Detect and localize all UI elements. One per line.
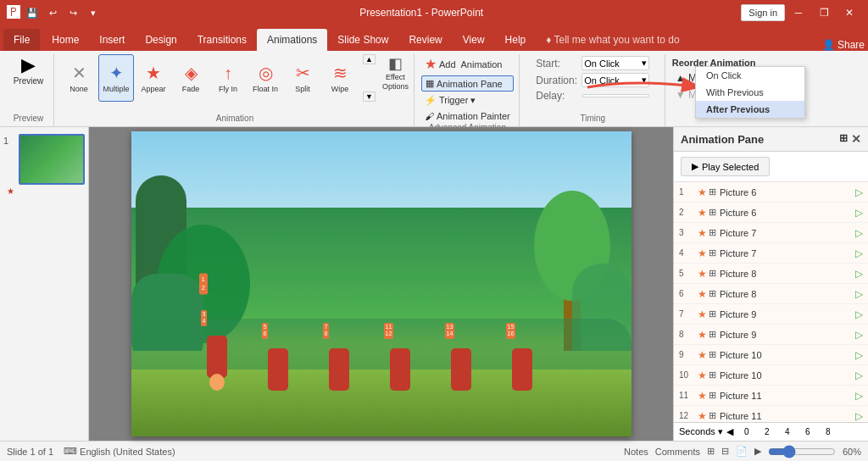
tab-help[interactable]: Help bbox=[495, 29, 537, 51]
effect-options-btn[interactable]: ◧ EffectOptions bbox=[382, 54, 409, 92]
title-bar: 🅿 💾 ↩ ↪ ▾ Presentation1 - PowerPoint Sig… bbox=[0, 0, 868, 25]
anim-list-item[interactable]: 8 ★ ⊞ Picture 9 ▷ bbox=[674, 325, 868, 345]
anim-list-item[interactable]: 5 ★ ⊞ Picture 8 ▷ bbox=[674, 264, 868, 284]
slide-item-1[interactable]: 1 bbox=[19, 134, 85, 185]
anim-list-item[interactable]: 1 ★ ⊞ Picture 6 ▷ bbox=[674, 182, 868, 203]
restore-button[interactable]: ❐ bbox=[812, 4, 836, 21]
signin-button[interactable]: Sign in bbox=[741, 4, 785, 21]
char-5: 1314 bbox=[443, 348, 479, 391]
view-normal-btn[interactable]: ⊞ bbox=[707, 446, 715, 457]
animation-pane-button[interactable]: ▦ Animation Pane bbox=[421, 75, 514, 92]
anim-floatin-button[interactable]: ◎ Float In bbox=[248, 54, 283, 102]
add-animation-button[interactable]: ★ Add Animation bbox=[421, 54, 506, 74]
anim-type-icon: ⊞ bbox=[709, 369, 716, 380]
anim-list-item[interactable]: 10 ★ ⊞ Picture 10 ▷ bbox=[674, 365, 868, 386]
anim-multiple-button[interactable]: ✦ Multiple bbox=[98, 54, 134, 102]
slide-canvas: 34 56 78 1112 bbox=[131, 131, 632, 436]
anim-type-icon: ⊞ bbox=[709, 247, 716, 258]
tab-file[interactable]: File bbox=[3, 29, 40, 51]
tab-insert[interactable]: Insert bbox=[89, 29, 135, 51]
start-options-dropdown: On Click With Previous After Previous bbox=[695, 66, 805, 119]
start-dropdown-btn[interactable]: On Click ▾ bbox=[581, 56, 649, 70]
anim-list-item[interactable]: 7 ★ ⊞ Picture 9 ▷ bbox=[674, 304, 868, 325]
anim-list-item[interactable]: 6 ★ ⊞ Picture 8 ▷ bbox=[674, 284, 868, 304]
tab-animations[interactable]: Animations bbox=[257, 29, 327, 51]
tab-review[interactable]: Review bbox=[398, 29, 452, 51]
anim-list-item[interactable]: 12 ★ ⊞ Picture 11 ▷ bbox=[674, 406, 868, 422]
anim-item-num: 9 bbox=[679, 350, 698, 359]
anim-item-num: 10 bbox=[679, 370, 698, 380]
tab-design[interactable]: Design bbox=[135, 29, 186, 51]
characters-row: 34 56 78 1112 bbox=[199, 336, 540, 391]
wipe-icon: ≋ bbox=[333, 63, 348, 83]
notes-button[interactable]: Notes bbox=[624, 447, 648, 457]
redo-button[interactable]: ↪ bbox=[64, 4, 81, 21]
duration-input[interactable]: On Click ▾ bbox=[581, 73, 649, 87]
char-2: 56 bbox=[260, 348, 296, 391]
preview-group-label: Preview bbox=[14, 114, 44, 125]
animation-painter-button[interactable]: 🖌 Animation Painter bbox=[421, 109, 514, 123]
anim-type-icon: ⊞ bbox=[709, 207, 716, 218]
animation-pane-header: Animation Pane ⊞ ✕ bbox=[674, 127, 868, 152]
anim-list-item[interactable]: 9 ★ ⊞ Picture 10 ▷ bbox=[674, 345, 868, 365]
timeline-left-arrow[interactable]: ◀ bbox=[726, 426, 733, 437]
anim-flyin-button[interactable]: ↑ Fly In bbox=[210, 54, 246, 102]
comments-button[interactable]: Comments bbox=[655, 447, 700, 457]
minimize-button[interactable]: ─ bbox=[787, 4, 810, 21]
zoom-slider[interactable] bbox=[768, 445, 836, 458]
save-button[interactable]: 💾 bbox=[24, 4, 41, 21]
view-slide-sorter-btn[interactable]: ⊟ bbox=[721, 446, 729, 457]
start-label: Start: bbox=[536, 58, 578, 69]
anim-pane-close-icon[interactable]: ✕ bbox=[851, 132, 861, 146]
anim-none-button[interactable]: ✕ None bbox=[61, 54, 97, 102]
main-area: 1 ★ bbox=[0, 127, 868, 441]
view-reading-btn[interactable]: 📄 bbox=[736, 446, 748, 457]
anim-type-icon: ⊞ bbox=[709, 227, 716, 238]
tab-home[interactable]: Home bbox=[42, 29, 89, 51]
anim-list-item[interactable]: 4 ★ ⊞ Picture 7 ▷ bbox=[674, 243, 868, 264]
anim-item-name: Picture 6 bbox=[720, 187, 854, 197]
delay-input[interactable] bbox=[581, 94, 649, 97]
anim-list-item[interactable]: 3 ★ ⊞ Picture 7 ▷ bbox=[674, 223, 868, 243]
anim-type-icon: ⊞ bbox=[709, 349, 716, 360]
preview-button[interactable]: ▶ Preview bbox=[10, 54, 47, 87]
tab-transitions[interactable]: Transitions bbox=[187, 29, 257, 51]
anim-fade-button[interactable]: ◈ Fade bbox=[173, 54, 209, 102]
close-button[interactable]: ✕ bbox=[837, 4, 861, 21]
status-bar: Slide 1 of 1 ⌨ English (United States) N… bbox=[0, 441, 868, 461]
anim-list-item[interactable]: 11 ★ ⊞ Picture 11 ▷ bbox=[674, 386, 868, 406]
trigger-button[interactable]: ⚡ Trigger ▾ bbox=[421, 93, 514, 108]
appear-icon: ★ bbox=[146, 63, 161, 83]
anim-type-icon: ⊞ bbox=[709, 288, 716, 299]
anim-scroll-up[interactable]: ▲ bbox=[363, 54, 376, 64]
anim-list-item[interactable]: 2 ★ ⊞ Picture 6 ▷ bbox=[674, 203, 868, 223]
tab-view[interactable]: View bbox=[453, 29, 495, 51]
trigger-icon: ⚡ bbox=[425, 95, 437, 106]
move-later-icon: ▼ bbox=[676, 89, 688, 101]
share-button[interactable]: 👤 Share bbox=[822, 39, 865, 51]
anim-pane-expand-icon[interactable]: ⊞ bbox=[839, 132, 848, 146]
anim-split-button[interactable]: ✂ Split bbox=[285, 54, 320, 102]
slide-thumbnail[interactable] bbox=[19, 134, 85, 185]
tab-slideshow[interactable]: Slide Show bbox=[327, 29, 398, 51]
anim-appear-button[interactable]: ★ Appear bbox=[136, 54, 171, 102]
anim-type-icon: ⊞ bbox=[709, 308, 716, 319]
language-indicator: ⌨ English (United States) bbox=[64, 446, 175, 457]
animation-pane: Animation Pane ⊞ ✕ ▶ Play Selected 1 ★ ⊞… bbox=[673, 127, 868, 441]
anim-item-name: Picture 9 bbox=[720, 330, 854, 340]
option-on-click[interactable]: On Click bbox=[696, 67, 804, 84]
anim-wipe-button[interactable]: ≋ Wipe bbox=[322, 54, 358, 102]
anim-play-indicator: ▷ bbox=[855, 288, 863, 300]
play-selected-button[interactable]: ▶ Play Selected bbox=[681, 157, 770, 176]
anim-item-name: Picture 10 bbox=[720, 350, 854, 360]
option-after-previous[interactable]: After Previous bbox=[696, 101, 804, 118]
undo-button[interactable]: ↩ bbox=[44, 4, 61, 21]
anim-scroll-down[interactable]: ▼ bbox=[363, 92, 376, 102]
customize-qat-button[interactable]: ▾ bbox=[85, 4, 102, 21]
effect-icon: ◧ bbox=[382, 54, 409, 73]
anim-type-icon: ⊞ bbox=[709, 268, 716, 279]
view-slideshow-btn[interactable]: ▶ bbox=[754, 446, 761, 457]
search-bar[interactable]: ♦ Tell me what you want to do bbox=[536, 29, 689, 51]
option-with-previous[interactable]: With Previous bbox=[696, 84, 804, 101]
slide-panel: 1 ★ bbox=[0, 127, 89, 441]
